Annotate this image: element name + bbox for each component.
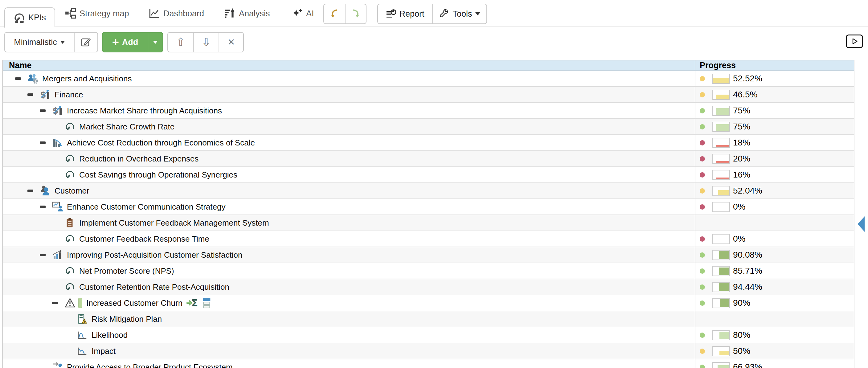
undo-button[interactable]: [324, 4, 345, 24]
table-row[interactable]: Market Share Growth Rate75%: [3, 119, 854, 135]
add-dropdown-button[interactable]: [148, 33, 162, 52]
status-dot: [700, 108, 705, 114]
table-row[interactable]: Customer Feedback Response Time0%: [3, 231, 854, 247]
table-row[interactable]: Enhance Customer Communication Strategy0…: [3, 199, 854, 215]
finance-growth-icon: $: [40, 89, 51, 100]
table-row[interactable]: $Finance46.5%: [3, 87, 854, 103]
row-label: Implement Customer Feedback Management S…: [79, 218, 269, 228]
tab-strategy-map[interactable]: Strategy map: [65, 0, 129, 27]
row-label: Customer Retention Rate Post-Acquisition: [79, 282, 229, 292]
progress-bar: [712, 202, 730, 212]
kpi-table: Name Progress Mergers and Acquisitions52…: [2, 60, 855, 368]
progress-bar: [712, 154, 730, 164]
risk-bar-icon: [78, 298, 83, 308]
name-cell: Market Share Growth Rate: [3, 119, 695, 134]
progress-value: 94.44%: [733, 282, 762, 292]
tab-analysis[interactable]: Analysis: [224, 0, 270, 27]
progress-bar: [712, 298, 730, 308]
collapse-toggle[interactable]: [40, 142, 45, 144]
video-tutorial-button[interactable]: [846, 34, 863, 48]
tab-ai[interactable]: AI: [292, 0, 314, 27]
column-header-progress[interactable]: Progress: [695, 60, 854, 70]
progress-cell: 16%: [695, 167, 854, 182]
table-row[interactable]: Mergers and Acquisitions52.52%: [3, 71, 854, 87]
warning-triangle-icon: [64, 298, 75, 308]
tools-label: Tools: [453, 9, 472, 19]
progress-cell: 66.93%: [695, 359, 854, 368]
table-row[interactable]: Improving Post-Acquisition Customer Sati…: [3, 247, 854, 263]
report-label: Report: [399, 9, 424, 19]
row-label: Impact: [92, 346, 116, 356]
table-row[interactable]: Achieve Cost Reduction through Economies…: [3, 135, 854, 151]
name-cell: $Finance: [3, 87, 695, 102]
table-row[interactable]: Customer52.04%: [3, 183, 854, 199]
add-label: Add: [122, 38, 138, 47]
toolbar: Minimalistic + Add ⇧ ⇩: [0, 32, 868, 52]
status-dot: [700, 156, 705, 161]
progress-cell: 52.52%: [695, 71, 854, 86]
table-row[interactable]: Provide Access to Broader Product Ecosys…: [3, 359, 854, 368]
move-down-button[interactable]: ⇩: [193, 33, 219, 52]
redo-button[interactable]: [345, 4, 366, 24]
collapse-toggle[interactable]: [40, 254, 45, 256]
move-up-button[interactable]: ⇧: [168, 33, 193, 52]
table-body: Mergers and Acquisitions52.52%$Finance46…: [3, 71, 854, 368]
tab-label: Analysis: [239, 9, 270, 19]
table-row[interactable]: Reduction in Overhead Expenses20%: [3, 151, 854, 167]
table-row[interactable]: Impact50%: [3, 343, 854, 359]
progress-value: 52.04%: [733, 186, 762, 196]
delete-button[interactable]: ✕: [219, 33, 243, 52]
table-row[interactable]: Implement Customer Feedback Management S…: [3, 215, 854, 231]
progress-bar: [712, 282, 730, 292]
progress-value: 46.5%: [733, 90, 757, 99]
status-dot: [700, 301, 705, 306]
progress-cell: [695, 311, 854, 327]
move-delete-group: ⇧ ⇩ ✕: [167, 32, 244, 52]
tab-dashboard[interactable]: Dashboard: [149, 0, 204, 27]
side-panel-expander[interactable]: [858, 216, 865, 232]
undo-icon: [329, 9, 340, 19]
status-dot: [700, 204, 705, 210]
collapse-toggle[interactable]: [52, 302, 58, 304]
collapse-toggle[interactable]: [15, 78, 21, 80]
caret-down-icon: [475, 12, 480, 16]
customer-icon: [40, 185, 51, 196]
progress-bar: [712, 362, 730, 368]
plus-icon: +: [112, 36, 119, 48]
collapse-toggle[interactable]: [40, 206, 45, 208]
name-cell: Impact: [3, 343, 695, 359]
edit-button[interactable]: [74, 33, 97, 52]
collapse-toggle[interactable]: [27, 93, 33, 96]
progress-value: 85.71%: [733, 266, 762, 276]
table-row[interactable]: Net Promoter Score (NPS)85.71%: [3, 263, 854, 279]
progress-value: 75%: [733, 122, 750, 132]
tools-button[interactable]: Tools: [432, 4, 487, 24]
table-row[interactable]: Risk Mitigation Plan: [3, 311, 854, 327]
name-cell: Reduction in Overhead Expenses: [3, 151, 695, 166]
collapse-toggle[interactable]: [40, 110, 45, 112]
progress-cell: 75%: [695, 103, 854, 118]
svg-text:$: $: [40, 90, 46, 100]
progress-cell: [695, 215, 854, 231]
table-row[interactable]: Customer Retention Rate Post-Acquisition…: [3, 279, 854, 295]
row-label: Customer Feedback Response Time: [79, 234, 209, 244]
gauge-icon: [64, 153, 75, 164]
column-header-name[interactable]: Name: [3, 60, 695, 70]
table-row[interactable]: Likelihood80%: [3, 327, 854, 343]
name-cell: Customer Feedback Response Time: [3, 231, 695, 247]
caret-down-icon: [60, 41, 65, 44]
presentation-person-icon: [52, 201, 63, 212]
view-selector[interactable]: Minimalistic: [5, 33, 74, 52]
progress-bar: [712, 346, 730, 356]
tab-kpis[interactable]: KPIs: [4, 7, 55, 28]
table-row[interactable]: $Increase Market Share through Acquisiti…: [3, 103, 854, 119]
report-button[interactable]: Report: [378, 4, 432, 24]
progress-value: 0%: [733, 202, 745, 212]
name-cell: Achieve Cost Reduction through Economies…: [3, 135, 695, 150]
add-button[interactable]: + Add: [103, 33, 148, 52]
table-row[interactable]: Increased Customer ChurnΣ90%: [3, 295, 854, 311]
progress-value: 90.08%: [733, 250, 762, 260]
row-label: Enhance Customer Communication Strategy: [67, 202, 225, 212]
table-row[interactable]: Cost Savings through Operational Synergi…: [3, 167, 854, 183]
collapse-toggle[interactable]: [27, 189, 33, 192]
